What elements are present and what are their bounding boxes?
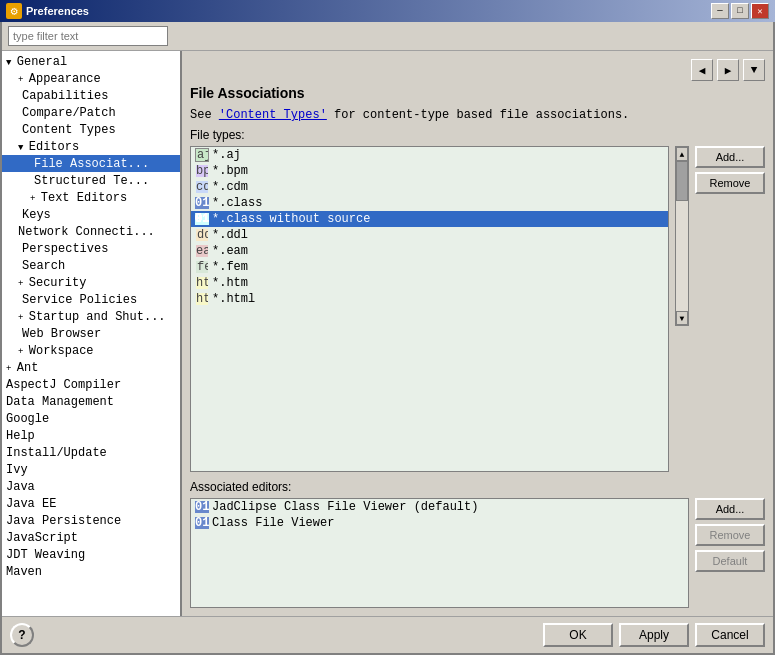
file-types-list[interactable]: aj *.aj bpm *.bpm [190, 146, 669, 472]
editor-remove-button[interactable]: Remove [695, 524, 765, 546]
tree-item-aspectj[interactable]: AspectJ Compiler [2, 376, 180, 393]
tree-item-javascript[interactable]: JavaScript [2, 529, 180, 546]
window-icon-glyph: ⚙ [10, 4, 17, 19]
tree-item-capabilities[interactable]: Capabilities [2, 87, 180, 104]
list-item-jadclipse[interactable]: 010 JadClipse Class File Viewer (default… [191, 499, 688, 515]
tree-item-startup[interactable]: + Startup and Shut... [2, 308, 180, 325]
preferences-window: ⚙ Preferences ─ □ ✕ ▼ General [0, 0, 775, 655]
content-types-link[interactable]: 'Content Types' [219, 108, 327, 122]
desc-prefix: See [190, 108, 219, 122]
icon-htm: htm [195, 276, 209, 290]
editor-default-button[interactable]: Default [695, 550, 765, 572]
maximize-button[interactable]: □ [731, 3, 749, 19]
expand-icon-workspace[interactable]: + [18, 347, 23, 357]
scroll-up-btn[interactable]: ▲ [676, 147, 688, 161]
tree-item-install[interactable]: Install/Update [2, 444, 180, 461]
tree-panel: ▼ General + Appearance Capabilities Comp… [2, 51, 182, 616]
list-label-html: *.html [212, 292, 255, 306]
tree-item-google[interactable]: Google [2, 410, 180, 427]
desc-suffix: for content-type based file associations… [327, 108, 629, 122]
list-item-htm[interactable]: htm *.htm [191, 275, 668, 291]
list-item-fem[interactable]: fem *.fem [191, 259, 668, 275]
tree-label-maven: Maven [6, 565, 42, 579]
tree-item-general[interactable]: ▼ General [2, 53, 180, 70]
list-item-bpm[interactable]: bpm *.bpm [191, 163, 668, 179]
list-item-class-without-source[interactable]: 010 *.class without source [191, 211, 668, 227]
tree-item-ant[interactable]: + Ant [2, 359, 180, 376]
list-item-cdm[interactable]: cdm *.cdm [191, 179, 668, 195]
help-button[interactable]: ? [10, 623, 34, 647]
tree-item-file-assoc[interactable]: File Associat... [2, 155, 180, 172]
close-button[interactable]: ✕ [751, 3, 769, 19]
tree-item-service[interactable]: Service Policies [2, 291, 180, 308]
tree-item-keys[interactable]: Keys [2, 206, 180, 223]
tree-item-web-browser[interactable]: Web Browser [2, 325, 180, 342]
tree-label-general: General [17, 55, 67, 69]
tree-item-security[interactable]: + Security [2, 274, 180, 291]
tree-label-java-pers: Java Persistence [6, 514, 121, 528]
list-item-class[interactable]: 010 *.class [191, 195, 668, 211]
expand-icon-startup[interactable]: + [18, 313, 23, 323]
list-item-aj[interactable]: aj *.aj [191, 147, 668, 163]
tree-item-text-editors[interactable]: + Text Editors [2, 189, 180, 206]
list-label-eam: *.eam [212, 244, 248, 258]
tree-label-java: Java [6, 480, 35, 494]
expand-icon-security[interactable]: + [18, 279, 23, 289]
expand-icon-appearance[interactable]: + [18, 75, 23, 85]
scroll-down-btn[interactable]: ▼ [676, 311, 688, 325]
tree-label-ant: Ant [17, 361, 39, 375]
tree-label-appearance: Appearance [29, 72, 101, 86]
forward-button[interactable]: ▶ [717, 59, 739, 81]
ok-button[interactable]: OK [543, 623, 613, 647]
svg-text:htm: htm [196, 277, 208, 289]
tree-item-maven[interactable]: Maven [2, 563, 180, 580]
file-type-remove-button[interactable]: Remove [695, 172, 765, 194]
tree-item-appearance[interactable]: + Appearance [2, 70, 180, 87]
tree-item-ivy[interactable]: Ivy [2, 461, 180, 478]
tree-label-ivy: Ivy [6, 463, 28, 477]
minimize-button[interactable]: ─ [711, 3, 729, 19]
svg-text:fem: fem [197, 261, 208, 273]
editor-buttons: Add... Remove Default [695, 498, 765, 608]
svg-text:eam: eam [196, 245, 208, 257]
editors-list[interactable]: 010 JadClipse Class File Viewer (default… [190, 498, 689, 608]
tree-item-java-pers[interactable]: Java Persistence [2, 512, 180, 529]
icon-jadclipse: 010 [195, 500, 209, 514]
tree-item-data-mgmt[interactable]: Data Management [2, 393, 180, 410]
editor-add-button[interactable]: Add... [695, 498, 765, 520]
file-type-add-button[interactable]: Add... [695, 146, 765, 168]
cancel-button[interactable]: Cancel [695, 623, 765, 647]
tree-item-java-ee[interactable]: Java EE [2, 495, 180, 512]
file-list-scrollbar[interactable]: ▲ ▼ [675, 146, 689, 326]
list-item-ddl[interactable]: ddl *.ddl [191, 227, 668, 243]
tree-item-search[interactable]: Search [2, 257, 180, 274]
tree-label-structured: Structured Te... [34, 174, 149, 188]
filter-input[interactable] [8, 26, 168, 46]
tree-item-workspace[interactable]: + Workspace [2, 342, 180, 359]
svg-text:010: 010 [195, 501, 209, 513]
tree-item-help[interactable]: Help [2, 427, 180, 444]
expand-icon-general[interactable]: ▼ [6, 58, 11, 68]
menu-button[interactable]: ▼ [743, 59, 765, 81]
expand-icon-ant[interactable]: + [6, 364, 11, 374]
file-type-buttons: Add... Remove [695, 146, 765, 472]
apply-button[interactable]: Apply [619, 623, 689, 647]
tree-item-content-types[interactable]: Content Types [2, 121, 180, 138]
tree-item-java[interactable]: Java [2, 478, 180, 495]
expand-icon-text-editors[interactable]: + [30, 194, 35, 204]
tree-item-jdt[interactable]: JDT Weaving [2, 546, 180, 563]
tree-item-perspectives[interactable]: Perspectives [2, 240, 180, 257]
tree-item-compare[interactable]: Compare/Patch [2, 104, 180, 121]
expand-icon-editors[interactable]: ▼ [18, 143, 23, 153]
tree-label-capabilities: Capabilities [22, 89, 108, 103]
icon-class-without: 010 [195, 212, 209, 226]
back-button[interactable]: ◀ [691, 59, 713, 81]
window-controls: ─ □ ✕ [711, 3, 769, 19]
tree-item-editors[interactable]: ▼ Editors [2, 138, 180, 155]
tree-item-structured[interactable]: Structured Te... [2, 172, 180, 189]
list-item-html[interactable]: html *.html [191, 291, 668, 307]
list-item-class-viewer[interactable]: 010 Class File Viewer [191, 515, 688, 531]
icon-fem: fem [195, 260, 209, 274]
list-item-eam[interactable]: eam *.eam [191, 243, 668, 259]
tree-item-network[interactable]: Network Connecti... [2, 223, 180, 240]
